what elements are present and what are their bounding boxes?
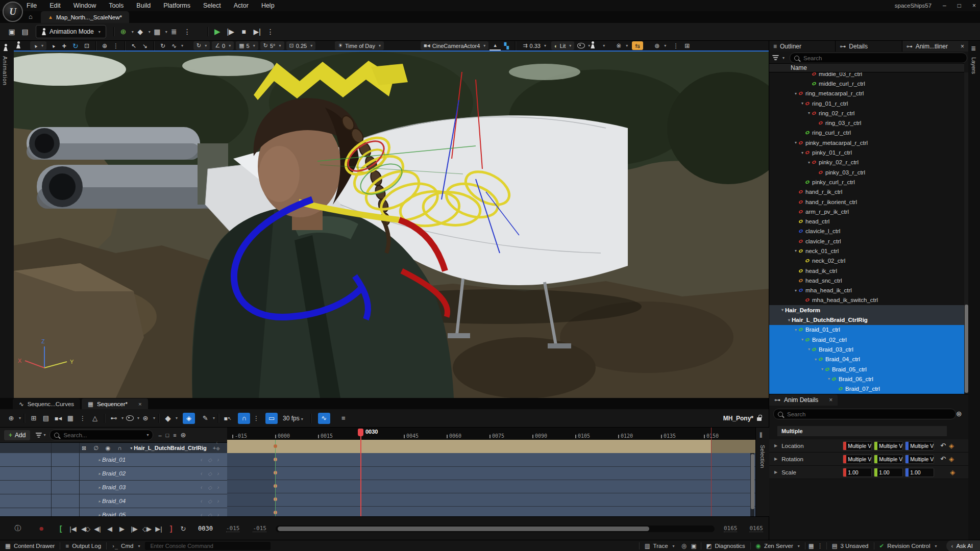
select-mode-dropdown[interactable]: ▲▾ — [30, 41, 46, 50]
browse-sequence-icon[interactable]: ▤ — [40, 413, 52, 424]
outliner-item-head_ctrl[interactable]: head_ctrl — [769, 216, 964, 226]
trace-dropdown[interactable]: ▥ Trace▾ — [640, 540, 680, 551]
record-button[interactable]: ● — [36, 523, 47, 534]
tab-close-icon[interactable]: × — [138, 401, 142, 407]
property-value-field[interactable]: Multiple V — [905, 455, 934, 464]
audio-column-icon[interactable]: ∩ — [117, 445, 121, 452]
zen-server-dropdown[interactable]: ◉ Zen Server▾ — [751, 540, 805, 551]
sequencer-track-Braid_02[interactable]: ▸Braid_02‹ ◇ › — [0, 467, 227, 481]
outliner-item-clavicle_r_ctrl[interactable]: clavicle_r_ctrl — [769, 236, 964, 246]
menu-item-help[interactable]: Help — [261, 2, 275, 9]
track-expander-icon[interactable]: ▸ — [97, 458, 102, 462]
view-range-start[interactable]: -015 — [226, 525, 240, 532]
playback-range-band[interactable] — [227, 440, 711, 454]
derived-data-icon[interactable]: ▦ — [808, 542, 814, 549]
layers-icon[interactable]: ≣ — [971, 45, 976, 52]
select-tool-icon[interactable]: ▲ — [46, 39, 60, 53]
play-skip-icon[interactable]: |▶ — [224, 26, 237, 38]
scale-tool-icon[interactable]: ⊡ — [81, 41, 92, 50]
animation-mode-icon[interactable] — [3, 44, 8, 51]
viewport-animation-icon[interactable] — [16, 41, 27, 50]
key-nav-icons[interactable]: ‹ ◇ › — [201, 512, 221, 517]
clapperboard-icon[interactable]: ▦ — [64, 413, 77, 424]
property-value-field[interactable]: 1.00 — [905, 468, 934, 477]
cmd-dropdown[interactable]: ›_ Cmd▾ — [107, 540, 145, 551]
playback-options-gear-icon[interactable]: ⊛ — [139, 413, 152, 424]
track-expander-icon[interactable]: ▸ — [97, 485, 102, 490]
loop-mode-button[interactable]: ↻ — [178, 523, 189, 534]
sliders-icon[interactable]: ⫼ — [760, 432, 763, 439]
select-translate-icon[interactable]: ↖ — [128, 41, 139, 50]
menu-item-actor[interactable]: Actor — [234, 2, 249, 9]
editor-mode-dropdown[interactable]: Animation Mode ▾ — [36, 25, 106, 38]
menu-item-file[interactable]: File — [27, 2, 37, 9]
world-icon[interactable]: ⊕ — [5, 413, 17, 424]
revision-control-dropdown[interactable]: ✔ Revision Control▾ — [874, 540, 942, 551]
sequencer-settings-gear-icon[interactable]: ⊛ — [181, 431, 186, 439]
maximize-button[interactable]: □ — [958, 2, 961, 9]
play-button[interactable]: ▶ — [211, 26, 224, 38]
viewport-settings-gear-icon[interactable]: ⊛ — [651, 41, 663, 50]
track-expander-icon[interactable]: ▸ — [97, 499, 102, 504]
output-log-button[interactable]: ≡ Output Log — [60, 540, 106, 551]
outliner-search[interactable] — [790, 53, 967, 63]
outliner-item-neck_01_ctrl[interactable]: ▾neck_01_ctrl — [769, 246, 964, 256]
expander-arrow-icon[interactable]: ▾ — [780, 308, 785, 312]
playhead-marker[interactable] — [358, 429, 363, 436]
outliner-item-ring_metacarpal_r_ctrl[interactable]: ▾ring_metacarpal_r_ctrl — [769, 89, 964, 98]
track-filter-icon[interactable] — [35, 433, 42, 438]
anim-details-tab[interactable]: ⊶ Anim Details × — [769, 394, 838, 406]
animation-strip-label[interactable]: Animation — [2, 56, 8, 86]
add-track-button[interactable]: + Add — [4, 430, 30, 440]
toolbar-overflow-dots[interactable]: ⋮ — [181, 26, 194, 38]
menu-item-window[interactable]: Window — [74, 2, 96, 9]
sequencer-track-Braid_01[interactable]: ▸Braid_01‹ ◇ › — [0, 453, 227, 467]
select-parent-icon[interactable]: ↘ — [139, 41, 151, 50]
cinematic-control-toggle[interactable]: ⇆ — [632, 41, 643, 50]
outliner-scrollbar-thumb[interactable] — [965, 305, 968, 393]
view-range-end[interactable]: 0165 — [749, 525, 763, 532]
curve-editor-toggle[interactable]: ∿ — [318, 413, 330, 424]
working-range-end[interactable]: 0165 — [724, 525, 738, 532]
next-key-button[interactable]: ◇▶ — [141, 523, 152, 534]
timeline-ruler[interactable]: -015000000150045006000750090010501200135… — [227, 428, 755, 440]
camera-cut-lock-icon[interactable]: ◼↖ — [222, 413, 234, 424]
console-command-field[interactable] — [145, 542, 271, 550]
expander-arrow-icon[interactable]: ▾ — [793, 248, 798, 253]
timeline-h-scrollbar-thumb[interactable] — [278, 527, 649, 531]
tracks-scrollbar-thumb[interactable] — [751, 454, 754, 509]
outliner-item-ring_03_r_ctrl[interactable]: ring_03_r_ctrl — [769, 118, 964, 128]
track-expander-icon[interactable]: ▸ — [97, 471, 102, 476]
level-tab[interactable]: ▲ Map_North..._ScaleNew* — [41, 11, 129, 23]
create-sequence-icon[interactable]: ⊞ — [28, 413, 40, 424]
expander-arrow-icon[interactable]: ▾ — [793, 288, 798, 293]
unlocked-icon[interactable] — [757, 417, 762, 421]
outliner-item-mha_head_ik_switch_ctrl[interactable]: mha_head_ik_switch_ctrl — [769, 295, 964, 305]
camera-icon[interactable]: ◼◀ — [52, 413, 64, 424]
camera-grid-icon[interactable]: ▚ — [501, 41, 512, 50]
expander-arrow-icon[interactable]: ▾ — [793, 91, 798, 96]
key-channels-toggle[interactable]: ◈ — [183, 413, 195, 424]
ctrlrig-group-row[interactable]: ⊠ ∅ ◉ ∩ ▾ Hair_L_DutchBraid_CtrlRig + ‹ … — [0, 443, 227, 454]
expander-arrow-icon[interactable]: ▾ — [820, 367, 825, 371]
outliner-item-neck_02_ctrl[interactable]: neck_02_ctrl — [769, 256, 964, 266]
grid-snap-dropdown[interactable]: ▦ 5▾ — [236, 41, 258, 50]
track-expander-icon[interactable]: ▸ — [97, 513, 102, 517]
status-options-dots[interactable]: ⋮ — [817, 542, 823, 549]
tab-close-icon[interactable]: × — [961, 43, 964, 50]
outliner-item-pinky_metacarpal_r_ctrl[interactable]: ▾pinky_metacarpal_r_ctrl — [769, 138, 964, 147]
unsaved-button[interactable]: ▤ 3 Unsaved — [827, 540, 874, 551]
expander-arrow-icon[interactable]: ▾ — [800, 101, 805, 106]
outliner-item-clavicle_l_ctrl[interactable]: clavicle_l_ctrl — [769, 227, 964, 236]
viewport-options-dots[interactable]: ⋮ — [670, 41, 681, 50]
anim-details-close-icon[interactable]: × — [829, 396, 832, 404]
menu-item-build[interactable]: Build — [136, 2, 151, 9]
key-nav-icons[interactable]: ‹ ◇ › — [201, 498, 221, 504]
play-options-dots[interactable]: ⋮ — [264, 26, 277, 38]
add-keyframe-icon[interactable]: ◈ — [949, 455, 954, 463]
property-value-field[interactable]: 1.00 — [874, 468, 903, 477]
current-frame-value[interactable]: 0030 — [198, 525, 213, 532]
tab-outliner[interactable]: ≡Outliner — [769, 41, 836, 52]
rotate-tool-icon[interactable]: ↻ — [70, 41, 81, 50]
property-value-field[interactable]: Multiple V — [874, 455, 903, 464]
